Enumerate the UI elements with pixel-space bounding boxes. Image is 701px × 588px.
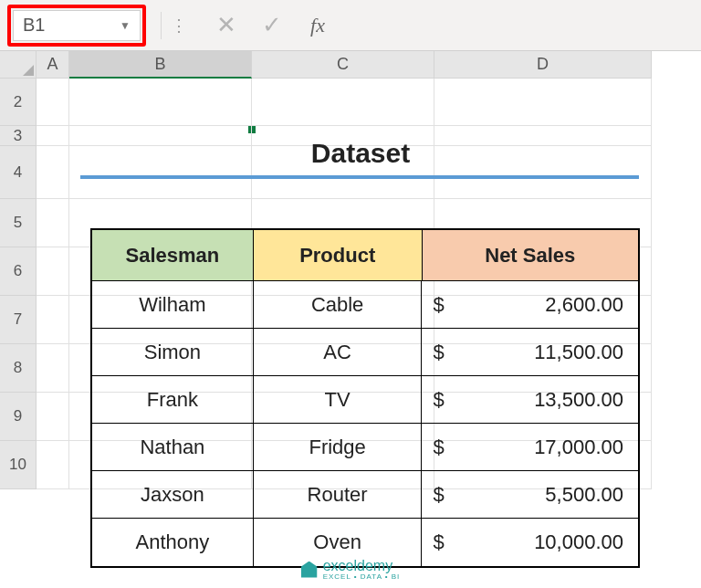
header-netsales[interactable]: Net Sales <box>423 230 638 281</box>
formula-bar: B1 ▼ ⋮ ✕ ✓ fx <box>0 0 701 51</box>
title-underline <box>80 175 639 179</box>
cell-salesman[interactable]: Jaxson <box>92 471 254 519</box>
row-header-2[interactable]: 2 <box>0 79 37 126</box>
name-box[interactable]: B1 ▼ <box>13 10 141 41</box>
row-header-4[interactable]: 4 <box>0 146 37 199</box>
watermark-brand: exceldemy <box>323 558 392 573</box>
cell-netsales[interactable]: $2,600.00 <box>422 281 638 329</box>
cell-salesman[interactable]: Frank <box>92 376 254 424</box>
row-header-3[interactable]: 3 <box>0 126 37 146</box>
cell-salesman[interactable]: Nathan <box>92 424 254 471</box>
chevron-down-icon[interactable]: ▼ <box>120 19 131 32</box>
watermark: exceldemy EXCEL • DATA • BI <box>301 558 401 581</box>
cell-product[interactable]: Fridge <box>254 424 423 471</box>
cell-netsales[interactable]: $5,500.00 <box>422 471 638 519</box>
logo-icon <box>301 562 318 578</box>
col-header-a[interactable]: A <box>37 51 69 79</box>
row-header-5[interactable]: 5 <box>0 199 37 247</box>
header-product[interactable]: Product <box>254 230 423 281</box>
col-header-c[interactable]: C <box>252 51 434 79</box>
cell-salesman[interactable]: Anthony <box>92 519 254 566</box>
header-salesman[interactable]: Salesman <box>92 230 254 281</box>
cell-netsales[interactable]: $10,000.00 <box>422 519 638 566</box>
name-box-value: B1 <box>23 15 45 36</box>
cell-netsales[interactable]: $13,500.00 <box>422 376 638 424</box>
table-header-row: Salesman Product Net Sales <box>92 230 638 281</box>
cell-salesman[interactable]: Wilham <box>92 281 254 329</box>
table-row: Jaxson Router $5,500.00 <box>92 471 638 519</box>
cell-netsales[interactable]: $17,000.00 <box>422 424 638 471</box>
table-row: Wilham Cable $2,600.00 <box>92 281 638 329</box>
row-header-8[interactable]: 8 <box>0 344 37 393</box>
watermark-tagline: EXCEL • DATA • BI <box>323 572 401 581</box>
cell-netsales[interactable]: $11,500.00 <box>422 329 638 376</box>
cell-product[interactable]: AC <box>254 329 423 376</box>
row-header-6[interactable]: 6 <box>0 247 37 296</box>
cell-salesman[interactable]: Simon <box>92 329 254 376</box>
table-row: Nathan Fridge $17,000.00 <box>92 424 638 471</box>
table-row: Frank TV $13,500.00 <box>92 376 638 424</box>
data-table: Salesman Product Net Sales Wilham Cable … <box>90 228 640 568</box>
cancel-icon: ✕ <box>204 7 249 44</box>
row-header-7[interactable]: 7 <box>0 296 37 344</box>
cell-product[interactable]: TV <box>254 376 423 424</box>
row-header-10[interactable]: 10 <box>0 441 37 489</box>
enter-icon: ✓ <box>249 7 295 44</box>
cell-product[interactable]: Router <box>254 471 423 519</box>
cell-product[interactable]: Cable <box>254 281 423 329</box>
dataset-title: Dataset <box>69 130 652 177</box>
table-row: Simon AC $11,500.00 <box>92 329 638 376</box>
col-header-d[interactable]: D <box>434 51 652 79</box>
spreadsheet-grid[interactable]: A B C D 2 3 4 5 6 7 8 9 10 Dataset Sales… <box>0 51 701 489</box>
separator <box>161 12 162 39</box>
row-header-9[interactable]: 9 <box>0 393 37 441</box>
fx-button[interactable]: fx <box>295 7 340 44</box>
name-box-highlight: B1 ▼ <box>7 5 146 47</box>
col-header-b[interactable]: B <box>69 51 252 79</box>
select-all-corner[interactable] <box>0 51 37 79</box>
column-headers: A B C D <box>0 51 701 79</box>
more-icon[interactable]: ⋮ <box>171 16 187 36</box>
